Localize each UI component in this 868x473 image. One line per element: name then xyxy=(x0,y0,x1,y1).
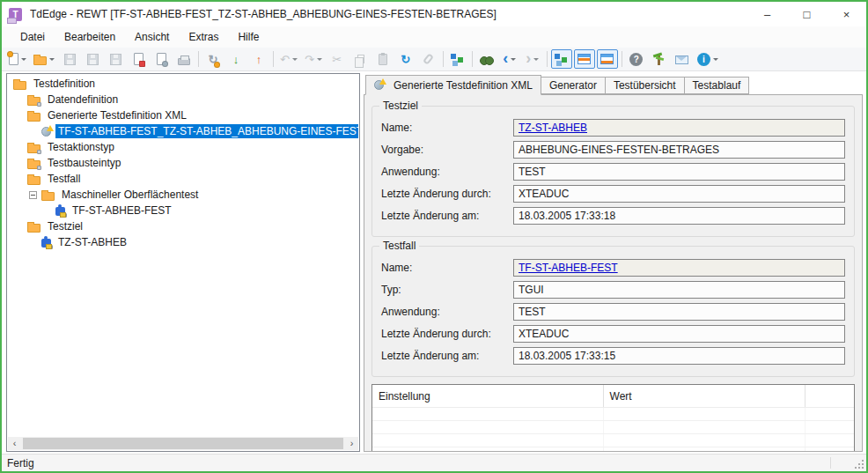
field-row: Letzte Änderung durch: XTEADUC xyxy=(381,325,845,343)
toolbar-separator xyxy=(547,51,548,67)
back-button[interactable]: ‹ xyxy=(499,49,520,69)
delete-page-button[interactable] xyxy=(128,49,149,69)
tree-item-datendefinition[interactable]: Datendefinition xyxy=(8,92,358,107)
save-as-button[interactable] xyxy=(82,49,103,69)
view-split-bottom-toggle[interactable] xyxy=(597,49,618,69)
testfall-typ-field[interactable]: TGUI xyxy=(513,281,845,299)
export-button[interactable]: ↑ xyxy=(248,49,269,69)
view-tree-toggle[interactable] xyxy=(551,49,572,69)
tree-item-testbausteintyp[interactable]: Testbausteintyp xyxy=(8,155,358,171)
hierarchy-button[interactable] xyxy=(447,49,468,69)
help-button[interactable]: ? xyxy=(626,49,647,69)
paste-button[interactable] xyxy=(372,49,394,69)
save-button[interactable] xyxy=(59,49,80,69)
copy-icon xyxy=(357,55,364,63)
chevron-down-icon[interactable] xyxy=(713,58,718,61)
chevron-down-icon[interactable] xyxy=(533,58,539,61)
tree-horizontal-scrollbar[interactable]: ‹ › xyxy=(8,437,358,450)
copy-button[interactable] xyxy=(349,49,371,69)
new-button[interactable] xyxy=(6,49,29,69)
tab-testablauf[interactable]: Testablauf xyxy=(684,77,750,94)
undo-button[interactable]: ↶ xyxy=(277,49,300,69)
chevron-down-icon[interactable] xyxy=(49,58,55,61)
scroll-left-icon[interactable]: ‹ xyxy=(8,437,21,450)
refresh-icon: ↻ xyxy=(401,54,410,65)
chevron-down-icon[interactable] xyxy=(317,58,322,61)
tree-item-tf-st-abheb-fest-tz-st-abheb-abhebung-ei[interactable]: TF-ST-ABHEB-FEST_TZ-ST-ABHEB_ABHEBUNG-EI… xyxy=(8,123,358,139)
refresh-button[interactable]: ↻ xyxy=(395,49,416,69)
scroll-right-icon[interactable]: › xyxy=(345,437,358,450)
table-body xyxy=(372,408,854,452)
tab-strip: Generierte Testdefinition XML Generator … xyxy=(364,73,863,94)
toolbar-separator xyxy=(198,51,199,67)
search-button[interactable] xyxy=(476,49,497,69)
save-as-icon xyxy=(87,54,99,65)
maximize-button[interactable]: □ xyxy=(787,2,827,26)
menu-hilfe[interactable]: Hilfe xyxy=(228,27,268,47)
tree-item-maschineller-oberflaechentest[interactable]: Maschineller Oberflächentest xyxy=(8,187,358,203)
testfall-name-field[interactable]: TF-ST-ABHEB-FEST xyxy=(513,259,845,277)
table-cell xyxy=(372,434,604,447)
menu-extras[interactable]: Extras xyxy=(179,27,228,47)
chevron-down-icon[interactable] xyxy=(511,58,516,61)
menu-ansicht[interactable]: Ansicht xyxy=(125,27,179,47)
folder-icon xyxy=(41,192,55,201)
testziel-name-link[interactable]: TZ-ST-ABHEB xyxy=(519,122,587,134)
view-split-top-toggle[interactable] xyxy=(574,49,595,69)
testziel-letzte-aenderung-durch-field[interactable]: XTEADUC xyxy=(513,185,845,203)
tree-item-testaktionstyp[interactable]: Testaktionstyp xyxy=(8,139,358,155)
save-all-button[interactable] xyxy=(105,49,126,69)
save-icon xyxy=(64,54,76,65)
testziel-anwendung-field[interactable]: TEST xyxy=(513,163,845,181)
link-button[interactable] xyxy=(418,49,439,69)
table-row[interactable] xyxy=(372,408,854,421)
column-header-wert[interactable]: Wert xyxy=(604,385,806,407)
cut-button[interactable]: ✂ xyxy=(327,49,348,69)
testziel-name-field[interactable]: TZ-ST-ABHEB xyxy=(513,119,845,137)
print-icon xyxy=(178,58,190,65)
testziel-letzte-aenderung-am-field[interactable]: 18.03.2005 17:33:18 xyxy=(513,207,845,225)
redo-button[interactable]: ↷ xyxy=(302,49,325,69)
table-row[interactable] xyxy=(372,447,854,452)
tree-item-tf-st-abheb-fest[interactable]: TF-ST-ABHEB-FEST xyxy=(8,203,358,218)
open-button[interactable] xyxy=(31,49,57,69)
tree-item-testdefinition[interactable]: Testdefinition xyxy=(8,76,358,92)
chevron-down-icon[interactable] xyxy=(292,58,298,61)
testziel-vorgabe-field[interactable]: ABHEBUNG-EINES-FESTEN-BETRAGES xyxy=(513,141,845,159)
main-area: TestdefinitionDatendefinitionGenerierte … xyxy=(2,71,866,454)
forward-button[interactable]: › xyxy=(522,49,543,69)
close-button[interactable]: × xyxy=(827,2,866,26)
scrollbar-thumb[interactable] xyxy=(23,438,343,449)
app-icon: T xyxy=(9,8,22,21)
menu-datei[interactable]: Datei xyxy=(11,27,55,47)
tab-testuebersicht[interactable]: Testübersicht xyxy=(605,77,685,94)
table-row[interactable] xyxy=(372,434,854,447)
import-icon: ↓ xyxy=(233,54,239,65)
testfall-anwendung-field[interactable]: TEST xyxy=(513,303,845,321)
expander-minus-icon[interactable] xyxy=(29,191,37,199)
testfall-letzte-aenderung-durch-field[interactable]: XTEADUC xyxy=(513,325,845,343)
mail-button[interactable] xyxy=(672,49,693,69)
testfall-name-link[interactable]: TF-ST-ABHEB-FEST xyxy=(519,262,618,274)
tab-generator[interactable]: Generator xyxy=(541,77,606,94)
testfall-letzte-aenderung-am-field[interactable]: 18.03.2005 17:33:15 xyxy=(513,347,845,365)
resize-grip-icon[interactable] xyxy=(853,458,864,469)
chevron-down-icon[interactable] xyxy=(21,58,26,61)
menu-bearbeiten[interactable]: Bearbeiten xyxy=(55,27,125,47)
print-button[interactable] xyxy=(173,49,195,69)
lock-icon xyxy=(48,245,53,249)
info-button[interactable]: i xyxy=(695,49,721,69)
minimize-button[interactable]: – xyxy=(747,2,787,26)
tree-item-testziel[interactable]: Testziel xyxy=(8,218,358,234)
wizard-button[interactable] xyxy=(649,49,670,69)
tab-generierte-testdefinition-xml[interactable]: Generierte Testdefinition XML xyxy=(365,75,541,95)
preview-button[interactable] xyxy=(151,49,172,69)
export-wizard-button[interactable]: ↻ xyxy=(202,49,224,69)
column-header-einstellung[interactable]: Einstellung xyxy=(372,385,604,407)
tree-item-tz-st-abheb[interactable]: TZ-ST-ABHEB xyxy=(8,234,358,250)
table-row[interactable] xyxy=(372,421,854,434)
field-row: Anwendung: TEST xyxy=(381,163,845,181)
tree-item-generierte-testdefinition-xml[interactable]: Generierte Testdefinition XML xyxy=(8,107,358,123)
import-button[interactable]: ↓ xyxy=(225,49,246,69)
tree-item-testfall[interactable]: Testfall xyxy=(8,171,358,187)
